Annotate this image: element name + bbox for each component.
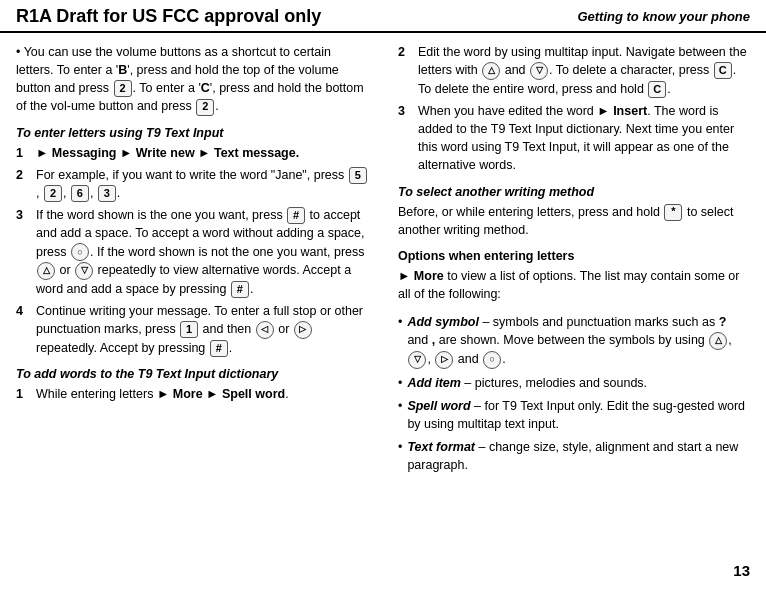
page-header: R1A Draft for US FCC approval only Getti… — [0, 0, 766, 33]
nav-s3: ▷ — [435, 351, 453, 369]
main-content: • You can use the volume buttons as a sh… — [0, 33, 766, 580]
key-2b: 2 — [196, 99, 214, 116]
right-step-2: 2 Edit the word by using multitap input.… — [398, 43, 750, 98]
nav-down-icon: ▽ — [75, 262, 93, 280]
right-step-3: 3 When you have edited the word ► Insert… — [398, 102, 750, 175]
key-hash2: # — [231, 281, 249, 298]
nav-s4: ○ — [483, 351, 501, 369]
t9-step-4: 4 Continue writing your message. To ente… — [16, 302, 368, 357]
page-number: 13 — [733, 562, 750, 579]
t9-step-2: 2 For example, if you want to write the … — [16, 166, 368, 202]
option-text-format: Text format – change size, style, alignm… — [398, 438, 750, 474]
more-label-options: More — [414, 269, 444, 283]
right-column: 2 Edit the word by using multitap input.… — [398, 43, 750, 570]
options-intro-text: ► More to view a list of options. The li… — [398, 267, 750, 303]
key-1: 1 — [180, 321, 198, 338]
nav-left-icon: ◁ — [256, 321, 274, 339]
key-c2: C — [648, 81, 666, 98]
select-method-text: Before, or while entering letters, press… — [398, 203, 750, 239]
bullet-dot: • — [16, 45, 24, 59]
more-label: More — [173, 387, 203, 401]
key-c: C — [714, 62, 732, 79]
nav-right-icon: ▷ — [294, 321, 312, 339]
header-subtitle: Getting to know your phone — [577, 9, 750, 24]
left-column: • You can use the volume buttons as a sh… — [16, 43, 378, 570]
section-t9-title: To enter letters using T9 Text Input — [16, 126, 368, 140]
option-add-symbol: Add symbol – symbols and punctuation mar… — [398, 313, 750, 369]
key-6: 6 — [71, 185, 89, 202]
dict-steps-list: 1 While entering letters ► More ► Spell … — [16, 385, 368, 403]
nav-s1: △ — [709, 332, 727, 350]
nav-s2: ▽ — [408, 351, 426, 369]
t9-step-1: 1 ► Messaging ► Write new ► Text message… — [16, 144, 368, 162]
title-text: R1A Draft for US FCC approval only — [16, 6, 321, 26]
nav-up-icon: △ — [37, 262, 55, 280]
volume-shortcut-note: • You can use the volume buttons as a sh… — [16, 43, 368, 116]
t9-steps-list: 1 ► Messaging ► Write new ► Text message… — [16, 144, 368, 358]
section-dict-title: To add words to the T9 Text Input dictio… — [16, 367, 368, 381]
option-spell-word: Spell word – for T9 Text Input only. Edi… — [398, 397, 750, 433]
nav-icon-down2: ▽ — [530, 62, 548, 80]
section-select-title: To select another writing method — [398, 185, 750, 199]
key-2: 2 — [114, 80, 132, 97]
right-steps-list: 2 Edit the word by using multitap input.… — [398, 43, 750, 175]
option-add-item: Add item – pictures, melodies and sounds… — [398, 374, 750, 392]
key-5: 5 — [349, 167, 367, 184]
key-2c: 2 — [44, 185, 62, 202]
key-3: 3 — [98, 185, 116, 202]
header-title: R1A Draft for US FCC approval only — [16, 6, 321, 27]
options-title: Options when entering letters — [398, 249, 750, 263]
nav-center-icon: ○ — [71, 243, 89, 261]
options-bullet-list: Add symbol – symbols and punctuation mar… — [398, 313, 750, 474]
dict-step-1: 1 While entering letters ► More ► Spell … — [16, 385, 368, 403]
t9-step-3: 3 If the word shown is the one you want,… — [16, 206, 368, 298]
key-hash3: # — [210, 340, 228, 357]
key-hash: # — [287, 207, 305, 224]
key-star: * — [664, 204, 682, 221]
nav-icon-up2: △ — [482, 62, 500, 80]
